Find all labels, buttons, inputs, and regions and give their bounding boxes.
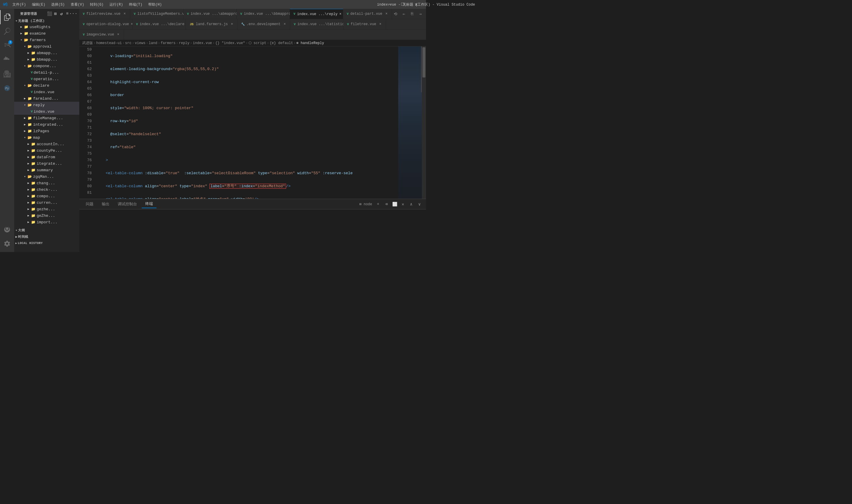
- menu-edit[interactable]: 编辑(E): [30, 1, 48, 8]
- sidebar-item-chang[interactable]: ▶ 📁 chang...: [14, 180, 79, 186]
- tab-close-button[interactable]: ×: [116, 32, 121, 37]
- tab-close-button[interactable]: ×: [282, 22, 287, 26]
- tab-imageview[interactable]: V imageview.vue ×: [79, 30, 124, 40]
- tab-env-development[interactable]: 🔧 .env.development ×: [238, 19, 290, 30]
- tab-close-button[interactable]: ×: [230, 22, 234, 26]
- sidebar-item-compo[interactable]: ▶ 📁 compo...: [14, 193, 79, 199]
- breadcrumb-script[interactable]: ⬡ script: [249, 41, 266, 45]
- sidebar-item-map[interactable]: ▾ 📂 map: [14, 134, 79, 141]
- more-tabs-icon[interactable]: ···: [425, 10, 426, 17]
- breadcrumb-handleReply[interactable]: ⊕ handleReply: [296, 41, 324, 45]
- menu-goto[interactable]: 转到(G): [88, 1, 106, 8]
- breadcrumb-default[interactable]: {e} default: [270, 41, 293, 45]
- breadcrumb-homestead-ui[interactable]: homestead-ui: [96, 41, 122, 45]
- sidebar-item-zgqMan[interactable]: ▾ 📂 zgqMan...: [14, 173, 79, 180]
- sidebar-item-itegrate[interactable]: ▶ 📁 itegrate...: [14, 160, 79, 167]
- local-history-section[interactable]: ▶ LOCAL HISTORY: [14, 239, 79, 246]
- tab-index-abmapproval[interactable]: V index.vue ...\abmapproval ×: [183, 9, 237, 19]
- sidebar-item-useRights[interactable]: ▶ 📁 useRights: [14, 24, 79, 30]
- breadcrumb-farmers[interactable]: farmers: [161, 41, 176, 45]
- sidebar-item-accountIn[interactable]: ▶ 📁 accountIn...: [14, 141, 79, 147]
- sidebar-item-operatio[interactable]: ▶ V operatio...: [14, 76, 79, 82]
- sidebar-item-compone[interactable]: ▾ 📂 compone...: [14, 63, 79, 69]
- more-button[interactable]: ···: [71, 11, 76, 16]
- history-icon[interactable]: ⟲: [392, 10, 399, 17]
- menu-run[interactable]: 运行(R): [107, 1, 125, 8]
- tab-index-reply[interactable]: V index.vue ...\reply ×: [290, 9, 343, 19]
- sidebar-item-index-reply[interactable]: ▶ V index.vue: [14, 108, 79, 115]
- new-file-button[interactable]: ⬛: [47, 11, 52, 16]
- tab-operation-dialog[interactable]: V operation-dialog.vue ×: [79, 19, 132, 30]
- sidebar-item-countyPe[interactable]: ▶ 📁 countyPe...: [14, 147, 79, 154]
- tab-land-farmers-js[interactable]: JS land.farmers.js ×: [186, 19, 238, 30]
- timeline-section[interactable]: ▶ 时间线: [14, 233, 79, 239]
- sidebar-item-abmapp[interactable]: ▶ 📁 abmapp...: [14, 50, 79, 56]
- sidebar-item-farmland[interactable]: ▶ 📁 farmland...: [14, 95, 79, 102]
- new-folder-button[interactable]: ⊞: [53, 11, 58, 16]
- collapse-panel-button[interactable]: ∧: [407, 200, 415, 208]
- sidebar-item-integrated[interactable]: ▶ 📁 integrated...: [14, 121, 79, 128]
- tab-index-declare[interactable]: V index.vue ...\declare ×: [132, 19, 186, 30]
- tab-index-bbmapproval[interactable]: V index.vue ...\bbmapproval ×: [237, 9, 290, 19]
- sidebar-item-examine[interactable]: ▶ 📁 examine: [14, 30, 79, 37]
- outline-section[interactable]: ▾ 大纲: [14, 227, 79, 233]
- activity-account[interactable]: [0, 222, 14, 237]
- code-content[interactable]: v-loading="initial.loading" element-load…: [94, 47, 398, 199]
- sidebar-item-detail-p[interactable]: ▶ V detail-p...: [14, 69, 79, 76]
- breadcrumb-land[interactable]: land: [149, 41, 157, 45]
- refresh-button[interactable]: ↺: [59, 11, 64, 16]
- tab-close-button[interactable]: ×: [122, 12, 127, 16]
- sidebar-item-index-declare[interactable]: ▶ V index.vue: [14, 89, 79, 95]
- sidebar-item-check[interactable]: ▶ 📁 check-...: [14, 186, 79, 193]
- split-right-icon[interactable]: ⇒: [417, 10, 424, 17]
- tab-filetreeview[interactable]: V filetreeview.vue ×: [79, 9, 130, 19]
- split-left-icon[interactable]: ⇐: [400, 10, 407, 17]
- sidebar-item-curren[interactable]: ▶ 📁 curren...: [14, 199, 79, 206]
- activity-extensions[interactable]: [0, 67, 14, 81]
- breadcrumb-src[interactable]: src: [125, 41, 132, 45]
- sidebar-item-gezhe[interactable]: ▶ 📁 gezhe...: [14, 206, 79, 212]
- breadcrumb-index[interactable]: index.vue: [193, 41, 212, 45]
- panel-tab-problems[interactable]: 问题: [82, 200, 97, 208]
- activity-python[interactable]: Py: [0, 81, 14, 95]
- menu-terminal[interactable]: 终端(T): [127, 1, 145, 8]
- workspace-header[interactable]: ▾ 无标题 (工作区): [14, 17, 79, 24]
- menu-file[interactable]: 文件(F): [10, 1, 29, 8]
- expand-panel-button[interactable]: ∨: [416, 200, 423, 208]
- kill-terminal-button[interactable]: ⌫: [383, 200, 390, 208]
- activity-search[interactable]: [0, 24, 14, 38]
- activity-debug[interactable]: [0, 53, 14, 67]
- activity-explorer[interactable]: [0, 10, 14, 24]
- sidebar-item-bbmapp[interactable]: ▶ 📁 bbmapp...: [14, 56, 79, 63]
- breadcrumb-wujin[interactable]: 武进版: [82, 40, 93, 46]
- sidebar-item-fileManage[interactable]: ▶ 📁 fileManage...: [14, 115, 79, 121]
- sidebar-item-reply[interactable]: ▾ 📂 reply: [14, 102, 79, 108]
- breadcrumb-reply[interactable]: reply: [179, 41, 189, 45]
- tab-close-button[interactable]: ×: [384, 12, 389, 16]
- tab-close-button[interactable]: ×: [339, 12, 341, 17]
- sidebar-item-summary[interactable]: ▶ 📁 summary: [14, 167, 79, 173]
- sidebar-item-approval[interactable]: ▾ 📂 approval: [14, 43, 79, 50]
- breadcrumb-obj-index[interactable]: {} "index.vue": [215, 41, 245, 45]
- right-scrollbar[interactable]: [422, 47, 426, 199]
- panel-tab-output[interactable]: 输出: [98, 200, 113, 208]
- tab-detail-part[interactable]: V detail-part.vue ×: [343, 9, 392, 19]
- split-icon[interactable]: ⎘: [409, 10, 416, 17]
- breadcrumb-views[interactable]: views: [135, 41, 146, 45]
- tab-index-tatistical[interactable]: V index.vue ...\tatisticalInformation ×: [290, 19, 343, 30]
- sidebar-item-dataFrom[interactable]: ▶ 📁 dataFrom: [14, 154, 79, 160]
- tab-close-button[interactable]: ×: [378, 22, 383, 26]
- sidebar-item-farmers[interactable]: ▾ 📂 farmers: [14, 37, 79, 43]
- menu-view[interactable]: 查看(V): [68, 1, 87, 8]
- menu-select[interactable]: 选择(S): [49, 1, 67, 8]
- close-panel-button[interactable]: ✕: [399, 200, 406, 208]
- maximize-panel-button[interactable]: ⬜: [391, 200, 398, 208]
- new-terminal-button[interactable]: +: [375, 200, 382, 208]
- sidebar-item-import[interactable]: ▶ 📁 import...: [14, 219, 79, 226]
- menu-help[interactable]: 帮助(H): [146, 1, 164, 8]
- sidebar-item-declare[interactable]: ▾ 📂 declare: [14, 82, 79, 89]
- panel-tab-terminal[interactable]: 终端: [142, 200, 157, 208]
- tab-filetree[interactable]: V filetree.vue ×: [343, 19, 386, 30]
- sidebar-item-geZhe[interactable]: ▶ 📁 geZhe...: [14, 212, 79, 219]
- tab-listofVillageMembers[interactable]: V listofVillageMembers.vue ×: [130, 9, 183, 19]
